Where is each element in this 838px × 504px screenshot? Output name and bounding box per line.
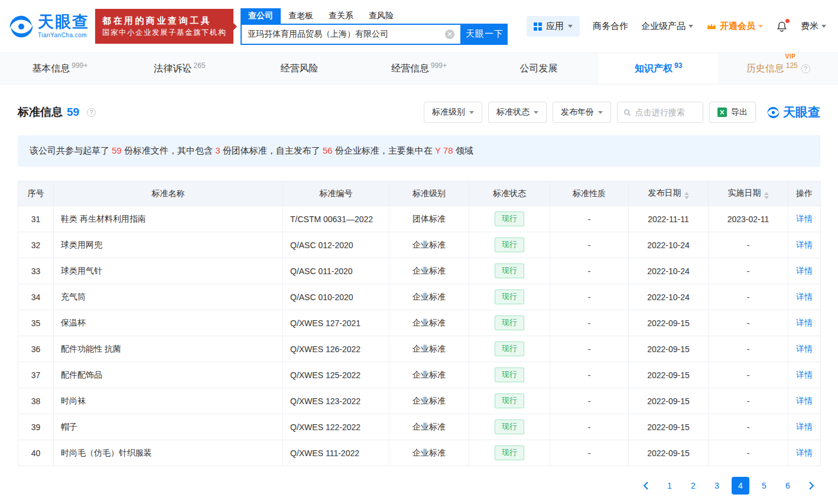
cell-action: 详情 xyxy=(788,362,821,388)
section-title: 标准信息 59 ? xyxy=(18,105,96,120)
detail-link[interactable]: 详情 xyxy=(796,422,813,431)
cell-no: 38 xyxy=(18,388,54,414)
tab-intellectual-property[interactable]: 知识产权93 xyxy=(599,53,719,84)
page-button-4[interactable]: 4 xyxy=(732,477,749,495)
standards-table-body: 31鞋类 再生材料利用指南T/CSTM 00631—2022团体标准现行-202… xyxy=(18,206,821,466)
tianyancha-logo-icon xyxy=(8,14,34,40)
page-button-6[interactable]: 6 xyxy=(779,477,797,495)
cell-publish_date: 2022-09-15 xyxy=(629,414,709,440)
cell-impl_date: 2023-02-11 xyxy=(709,206,788,232)
table-header-row: 序号标准名称标准编号标准级别标准状态标准性质发布日期实施日期操作 xyxy=(18,181,821,206)
table-search[interactable] xyxy=(617,102,703,123)
page-button-1[interactable]: 1 xyxy=(661,477,678,495)
export-label: 导出 xyxy=(731,107,748,118)
clear-icon[interactable]: ✕ xyxy=(445,30,454,39)
sort-icon xyxy=(764,192,769,199)
tianyancha-watermark: 天眼查 xyxy=(766,104,820,121)
prev-page-button[interactable] xyxy=(637,477,655,495)
cell-publish_date: 2022-09-15 xyxy=(629,440,709,466)
notification-dot xyxy=(785,19,790,23)
cell-action: 详情 xyxy=(788,206,821,232)
table-row: 33球类用气针Q/ASC 011-2020企业标准现行-2022-10-24-详… xyxy=(18,258,821,284)
header-label: 发布日期 xyxy=(648,188,681,197)
tab-badge-wrap: 999+ xyxy=(70,63,87,74)
search-tab-risk[interactable]: 查风险 xyxy=(361,8,401,24)
detail-link[interactable]: 详情 xyxy=(796,318,813,327)
cell-action: 详情 xyxy=(788,414,821,440)
status-badge: 现行 xyxy=(495,212,524,226)
header-label: 操作 xyxy=(796,188,813,198)
cell-impl_date: - xyxy=(709,336,788,362)
tab-badge: 93 xyxy=(674,61,682,70)
header-label: 标准编号 xyxy=(320,188,353,198)
tab-operating-risk[interactable]: 经营风险 xyxy=(239,53,359,84)
user-menu[interactable]: 费米 xyxy=(801,21,826,32)
cell-nature: - xyxy=(550,258,629,284)
detail-link[interactable]: 详情 xyxy=(796,240,813,249)
cell-name: 帽子 xyxy=(54,414,283,440)
cell-publish_date: 2022-10-24 xyxy=(629,232,709,258)
status-badge: 现行 xyxy=(495,290,524,304)
detail-link[interactable]: 详情 xyxy=(796,292,813,301)
help-icon[interactable]: ? xyxy=(87,108,96,117)
cell-no: 35 xyxy=(18,310,54,336)
tab-legal-proceedings[interactable]: 法律诉讼265 xyxy=(120,53,240,84)
summary-text: 该公司共参与起草了 xyxy=(30,145,112,155)
search-tab-relation[interactable]: 查关系 xyxy=(321,8,361,24)
header-publish-date[interactable]: 发布日期 xyxy=(629,181,709,206)
open-vip-link[interactable]: 开通会员 xyxy=(706,21,763,32)
table-search-input[interactable] xyxy=(635,108,697,117)
apps-label: 应用 xyxy=(546,21,564,32)
detail-link[interactable]: 详情 xyxy=(796,266,813,275)
tab-history-info[interactable]: 历史信息125VIP? xyxy=(718,53,838,84)
sort-icon xyxy=(684,192,689,199)
status-badge: 现行 xyxy=(495,238,524,252)
cell-name: 球类用网兜 xyxy=(54,232,283,258)
cell-impl_date: - xyxy=(709,414,788,440)
notification-bell[interactable] xyxy=(776,21,788,32)
filter-standard-status[interactable]: 标准状态 xyxy=(488,102,547,123)
detail-link[interactable]: 详情 xyxy=(796,370,813,379)
chevron-down-icon xyxy=(568,25,573,28)
page-button-5[interactable]: 5 xyxy=(755,477,773,495)
detail-link[interactable]: 详情 xyxy=(796,344,813,353)
next-page-button[interactable] xyxy=(803,477,820,495)
tab-company-development[interactable]: 公司发展 xyxy=(479,53,599,84)
search-tab-company[interactable]: 查公司 xyxy=(241,8,281,24)
tab-badge: 125 xyxy=(786,61,798,70)
enterprise-products-link[interactable]: 企业级产品 xyxy=(641,21,693,32)
header-impl-date[interactable]: 实施日期 xyxy=(709,181,788,206)
apps-menu[interactable]: 应用 xyxy=(527,16,580,37)
company-search-input[interactable] xyxy=(242,25,460,44)
search-button[interactable]: 天眼一下 xyxy=(462,24,508,45)
page-button-3[interactable]: 3 xyxy=(708,477,726,495)
tianyancha-logo[interactable]: 天眼查 TianYanCha.com xyxy=(8,14,89,40)
search-tab-boss[interactable]: 查老板 xyxy=(281,8,321,24)
cell-status: 现行 xyxy=(469,336,550,362)
cell-nature: - xyxy=(550,362,629,388)
tab-basic-info[interactable]: 基本信息999+ xyxy=(0,53,120,84)
tab-label: 经营风险 xyxy=(280,63,318,75)
top-header: 天眼查 TianYanCha.com 都在用的商业查询工具 国家中小企业发展子基… xyxy=(0,0,838,53)
tab-label: 经营信息 xyxy=(391,63,429,75)
page-button-2[interactable]: 2 xyxy=(684,477,702,495)
cell-action: 详情 xyxy=(788,440,821,466)
detail-link[interactable]: 详情 xyxy=(796,448,813,457)
status-badge: 现行 xyxy=(495,394,524,408)
cell-action: 详情 xyxy=(788,258,821,284)
cell-publish_date: 2022-09-15 xyxy=(629,310,709,336)
filter-publish-year[interactable]: 发布年份 xyxy=(553,102,611,123)
detail-link[interactable]: 详情 xyxy=(796,214,813,223)
filter-standard-level[interactable]: 标准级别 xyxy=(424,102,482,123)
detail-link[interactable]: 详情 xyxy=(796,396,813,405)
export-button[interactable]: 导出 xyxy=(709,102,756,123)
summary-banner: 该公司共参与起草了 59 份标准文件，其中包含 3 份团体标准，自主发布了 56… xyxy=(18,135,820,167)
cell-no: 36 xyxy=(18,336,54,362)
cell-code: Q/XWES 123-2022 xyxy=(283,388,389,414)
cell-action: 详情 xyxy=(788,310,821,336)
table-row: 31鞋类 再生材料利用指南T/CSTM 00631—2022团体标准现行-202… xyxy=(18,206,821,232)
cell-name: 保温杯 xyxy=(54,310,283,336)
business-coop-link[interactable]: 商务合作 xyxy=(593,21,628,32)
tab-label: 法律诉讼 xyxy=(154,63,191,75)
tab-operating-info[interactable]: 经营信息999+ xyxy=(359,53,479,84)
